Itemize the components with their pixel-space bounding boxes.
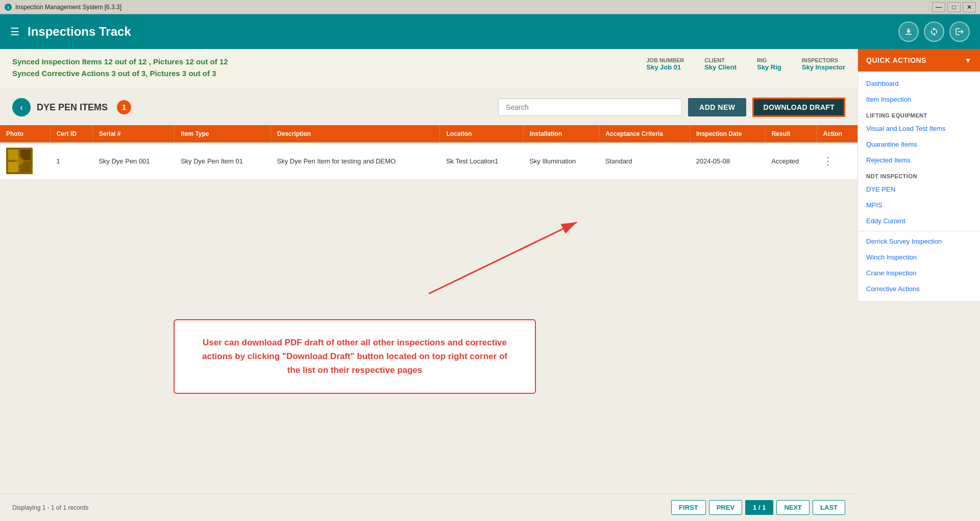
prev-button[interactable]: PREV <box>709 500 742 515</box>
search-input[interactable] <box>498 99 682 116</box>
sync-icon <box>929 27 939 36</box>
minimize-button[interactable]: — <box>932 2 945 12</box>
client-field: CLIENT Sky Client <box>704 57 737 71</box>
content-area: Synced Inspection Items 12 out of 12 , P… <box>0 49 857 521</box>
quick-action-item[interactable]: Winch Inspection <box>858 249 980 265</box>
quick-actions-list: DashboardItem InspectionLIFTING EQUIPMEN… <box>858 72 980 301</box>
window-controls: — □ ✕ <box>932 2 976 12</box>
quick-action-item[interactable]: Visual and Load Test Items <box>858 121 980 136</box>
col-location: Location <box>440 125 523 143</box>
quick-actions-title: QUICK ACTIONS <box>866 56 926 64</box>
hamburger-menu[interactable]: ☰ <box>10 26 19 38</box>
inspectors-field: INSPECTORS Sky Inspector <box>802 57 845 71</box>
cell-cert-id: 1 <box>50 143 92 180</box>
list-title: DYE PEN ITEMS <box>37 102 108 113</box>
quick-action-item[interactable]: Rejected Items <box>858 152 980 168</box>
download-draft-button[interactable]: DOWNLOAD DRAFT <box>752 98 845 117</box>
cell-result: Accepted <box>765 143 817 180</box>
qa-divider <box>858 231 980 231</box>
quick-action-item[interactable]: Dashboard <box>858 76 980 91</box>
quick-actions-panel: QUICK ACTIONS ▼ DashboardItem Inspection… <box>857 49 980 301</box>
cell-acceptance: Standard <box>599 143 690 180</box>
right-panel: QUICK ACTIONS ▼ DashboardItem Inspection… <box>857 49 980 521</box>
item-photo <box>6 148 33 174</box>
sync-bar: Synced Inspection Items 12 out of 12 , P… <box>0 49 857 89</box>
download-icon <box>904 27 913 36</box>
job-info: JOB NUMBER Sky Job 01 CLIENT Sky Client … <box>646 57 845 71</box>
maximize-button[interactable]: □ <box>947 2 961 12</box>
app-icon: I <box>4 3 12 11</box>
quick-action-item[interactable]: DYE PEN <box>858 181 980 197</box>
cell-location: Sk Test Location1 <box>440 143 523 180</box>
job-number-label: JOB NUMBER <box>646 57 684 63</box>
table-container: Photo Cert ID Serial # Item Type Descrip… <box>0 125 857 210</box>
last-button[interactable]: LAST <box>813 500 845 515</box>
quick-action-item[interactable]: Derrick Survey Inspection <box>858 233 980 249</box>
table-body: 1 Sky Dye Pen 001 Sky Dye Pen Item 01 Sk… <box>0 143 857 180</box>
cell-photo <box>0 143 50 180</box>
cell-description: Sky Dye Pen Item for testing and DEMO <box>271 143 440 180</box>
title-bar-text: Inspection Management System [6.3.3] <box>15 4 121 11</box>
list-count: 1 <box>117 100 131 114</box>
main-layout: Synced Inspection Items 12 out of 12 , P… <box>0 49 980 521</box>
quick-action-item[interactable]: Quarantine Items <box>858 136 980 152</box>
cell-serial: Sky Dye Pen 001 <box>92 143 175 180</box>
quick-action-item[interactable]: Crane Inspection <box>858 265 980 281</box>
col-serial: Serial # <box>92 125 175 143</box>
first-button[interactable]: FIRST <box>671 500 706 515</box>
col-cert-id: Cert ID <box>50 125 92 143</box>
rig-label: RIG <box>757 57 781 63</box>
chevron-down-icon: ▼ <box>965 56 972 64</box>
rig-field: RIG Sky Rig <box>757 57 781 71</box>
qa-section-label: LIFTING EQUIPMENT <box>858 107 980 121</box>
cell-item-type: Sky Dye Pen Item 01 <box>175 143 271 180</box>
col-acceptance: Acceptance Criteria <box>599 125 690 143</box>
header-actions <box>898 21 970 42</box>
next-button[interactable]: NEXT <box>776 500 810 515</box>
quick-action-item[interactable]: MPIS <box>858 197 980 213</box>
sync-info: Synced Inspection Items 12 out of 12 , P… <box>12 57 646 81</box>
download-icon-button[interactable] <box>898 21 919 42</box>
job-number-value: Sky Job 01 <box>646 63 684 71</box>
cell-action: ⋮ <box>817 143 857 180</box>
close-button[interactable]: ✕ <box>963 2 976 12</box>
table-header: Photo Cert ID Serial # Item Type Descrip… <box>0 125 857 143</box>
items-table: Photo Cert ID Serial # Item Type Descrip… <box>0 125 857 180</box>
tooltip-text: User can download PDF draft of other all… <box>195 336 514 377</box>
title-bar: I Inspection Management System [6.3.3] —… <box>0 0 980 14</box>
qa-section-label: NDT INSPECTION <box>858 168 980 181</box>
page-indicator: 1 / 1 <box>745 500 773 515</box>
col-result: Result <box>765 125 817 143</box>
quick-action-item[interactable]: Item Inspection <box>858 91 980 107</box>
records-info: Displaying 1 - 1 of 1 records <box>12 504 88 511</box>
client-label: CLIENT <box>704 57 737 63</box>
arrow-svg <box>373 192 628 304</box>
cell-inspection-date: 2024-05-08 <box>690 143 765 180</box>
cell-installation: Sky Illumination <box>523 143 599 180</box>
client-value: Sky Client <box>704 63 737 71</box>
inspectors-label: INSPECTORS <box>802 57 845 63</box>
svg-point-7 <box>15 157 23 165</box>
logout-icon <box>955 27 964 36</box>
logout-icon-button[interactable] <box>949 21 970 42</box>
app-title: Inspections Track <box>28 25 131 39</box>
add-new-button[interactable]: ADD NEW <box>688 98 746 116</box>
col-inspection-date: Inspection Date <box>690 125 765 143</box>
svg-text:I: I <box>8 5 9 10</box>
col-photo: Photo <box>0 125 50 143</box>
list-toolbar: ‹ DYE PEN ITEMS 1 ADD NEW DOWNLOAD DRAFT <box>0 89 857 125</box>
tooltip-overlay: User can download PDF draft of other all… <box>174 319 536 394</box>
quick-action-item[interactable]: Corrective Actions <box>858 281 980 297</box>
quick-actions-header[interactable]: QUICK ACTIONS ▼ <box>858 49 980 72</box>
quick-action-item[interactable]: Eddy Current <box>858 213 980 229</box>
app-header: ☰ Inspections Track <box>0 14 980 49</box>
col-installation: Installation <box>523 125 599 143</box>
pagination-bar: Displaying 1 - 1 of 1 records FIRST PREV… <box>0 493 857 521</box>
more-options-button[interactable]: ⋮ <box>823 155 833 167</box>
back-button[interactable]: ‹ <box>12 98 31 116</box>
col-description: Description <box>271 125 440 143</box>
sync-line-2: Synced Corrective Actions 3 out of 3, Pi… <box>12 69 646 78</box>
sync-icon-button[interactable] <box>924 21 944 42</box>
sync-line-1: Synced Inspection Items 12 out of 12 , P… <box>12 57 646 66</box>
inspectors-value: Sky Inspector <box>802 63 845 71</box>
